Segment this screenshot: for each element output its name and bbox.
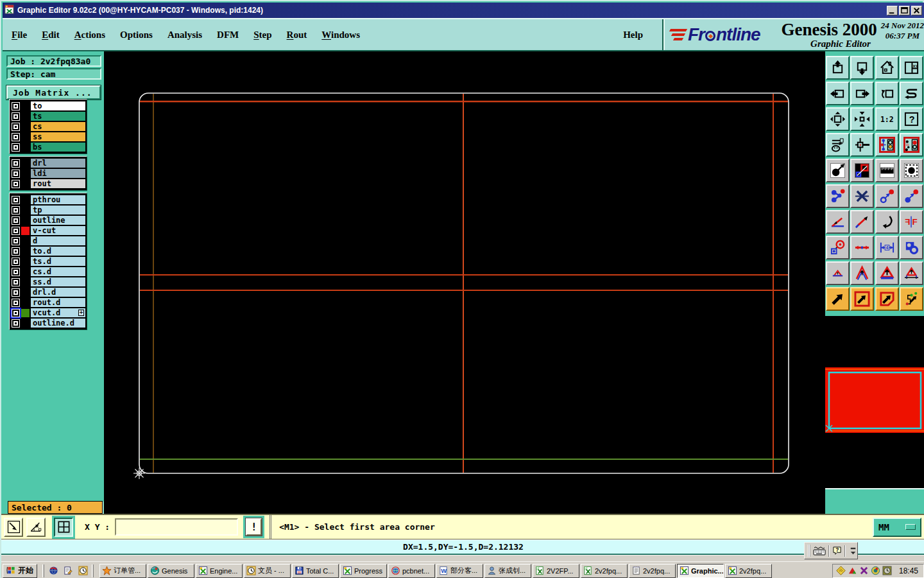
- layer-row-cs[interactable]: cs: [11, 121, 85, 132]
- merge-shapes-button[interactable]: [900, 236, 923, 259]
- layer-checkbox-cs.d[interactable]: [12, 268, 20, 276]
- taskbar-button[interactable]: Genesis: [148, 564, 194, 578]
- show-desktop-quicklaunch-button[interactable]: [62, 565, 74, 577]
- layer-checkbox-d[interactable]: [12, 237, 20, 245]
- keyboard-button[interactable]: [812, 545, 826, 557]
- select-chain-button[interactable]: [826, 184, 850, 208]
- layer-row-d[interactable]: d: [11, 236, 85, 246]
- layer-checkbox-v-cut[interactable]: [12, 227, 20, 235]
- menu-edit[interactable]: Edit: [42, 30, 60, 40]
- layer-row-outline.d[interactable]: outline.d: [11, 318, 85, 328]
- menu-rout[interactable]: Rout: [287, 30, 307, 40]
- triangle-base-button[interactable]: [900, 261, 923, 285]
- layer-row-to[interactable]: to: [11, 101, 85, 111]
- taskbar-button[interactable]: 2V2FP...: [533, 564, 579, 578]
- layer-row-to.d[interactable]: to.d: [11, 246, 85, 256]
- layer-name[interactable]: rout: [31, 179, 85, 188]
- move-to-layer-button[interactable]: [900, 184, 923, 208]
- copy-to-layer-button[interactable]: [875, 184, 899, 208]
- layer-row-bs[interactable]: bs: [11, 142, 85, 152]
- quadrant-button[interactable]: [54, 518, 73, 537]
- measure-button[interactable]: [875, 159, 899, 182]
- layer-row-outline[interactable]: outline: [11, 215, 85, 225]
- layer-checkbox-bs[interactable]: [12, 143, 20, 152]
- job-matrix-button[interactable]: Job Matrix ...: [6, 85, 101, 100]
- taskbar-button[interactable]: 2v2fpq...: [581, 564, 628, 578]
- menu-help[interactable]: Help: [623, 30, 643, 40]
- layer-name[interactable]: ss: [31, 132, 85, 141]
- layer-name[interactable]: outline.d: [31, 319, 85, 328]
- taskbar-button[interactable]: Graphic...: [677, 564, 724, 578]
- layer-checkbox-ts.d[interactable]: [12, 258, 20, 266]
- menu-step[interactable]: Step: [253, 30, 271, 40]
- taskbar-button[interactable]: Progress: [340, 564, 387, 578]
- layer-row-pthrou[interactable]: pthrou: [11, 195, 85, 205]
- dimension-button[interactable]: 4: [875, 236, 899, 259]
- layer-name[interactable]: cs.d: [31, 267, 85, 276]
- line-angle-button[interactable]: [850, 210, 874, 234]
- triangle-copy-button[interactable]: [850, 261, 874, 285]
- layer-name[interactable]: pthrou: [31, 195, 85, 204]
- layer-checkbox-rout[interactable]: [12, 180, 20, 188]
- layer-checkbox-drl[interactable]: [12, 159, 20, 168]
- zoom-1-2-button[interactable]: 1:2: [875, 107, 899, 131]
- previous-view-button[interactable]: [875, 82, 899, 105]
- rotate-button[interactable]: [875, 210, 899, 234]
- layer-row-rout.d[interactable]: rout.d: [11, 297, 85, 308]
- measure-angle-button[interactable]: [826, 210, 850, 234]
- select-frame-button[interactable]: [850, 287, 874, 311]
- layer-row-drl.d[interactable]: drl.d: [11, 287, 85, 297]
- menu-analysis[interactable]: Analysis: [167, 30, 202, 40]
- workspace-canvas[interactable]: [104, 51, 825, 514]
- view-up-button[interactable]: [826, 56, 850, 80]
- layer-row-ts[interactable]: ts: [11, 111, 85, 121]
- layer-row-drl[interactable]: drl: [11, 158, 85, 168]
- layer-row-tp[interactable]: tp: [11, 205, 85, 215]
- taskbar-button[interactable]: 订单管...: [99, 564, 146, 578]
- layer-checkbox-drl.d[interactable]: [12, 288, 20, 297]
- layer-name[interactable]: tp: [31, 206, 85, 215]
- move-feature-button[interactable]: [826, 159, 850, 182]
- layer-checkbox-pthrou[interactable]: [12, 196, 20, 204]
- transform-feature-button[interactable]: [850, 159, 874, 182]
- stretch-button[interactable]: [850, 236, 874, 259]
- cad-tool-tray-icon[interactable]: [848, 566, 857, 575]
- layer-row-ss.d[interactable]: ss.d: [11, 277, 85, 287]
- menu-file[interactable]: File: [12, 30, 27, 40]
- zoom-area-button[interactable]: [4, 518, 23, 537]
- taskbar-grip-2[interactable]: [92, 565, 94, 577]
- layer-name[interactable]: bs: [31, 143, 85, 152]
- layer-checkbox-outline[interactable]: [12, 216, 20, 225]
- menu-dfm[interactable]: DFM: [217, 30, 239, 40]
- layer-checkbox-to.d[interactable]: [12, 247, 20, 256]
- layer-name[interactable]: ts: [31, 112, 85, 121]
- mirror-button[interactable]: FF: [900, 210, 923, 234]
- triangle-move-button[interactable]: [826, 261, 850, 285]
- home-view-button[interactable]: [875, 56, 899, 80]
- menu-actions[interactable]: Actions: [74, 30, 105, 40]
- layer-name[interactable]: outline: [31, 216, 85, 225]
- layer-checkbox-ss[interactable]: [12, 133, 20, 141]
- layer-name[interactable]: to: [31, 101, 85, 110]
- layer-name[interactable]: drl: [31, 159, 85, 168]
- redraw-button[interactable]: [900, 82, 923, 105]
- layer-name[interactable]: vcut.d+: [31, 308, 85, 317]
- layer-row-rout[interactable]: rout: [11, 179, 85, 189]
- taskbar-button[interactable]: pcbnet...: [388, 564, 435, 578]
- overview-panel[interactable]: [825, 316, 924, 488]
- toolbar-grip[interactable]: [808, 545, 810, 557]
- select-pointer-button[interactable]: [826, 287, 850, 311]
- layer-checkbox-rout.d[interactable]: [12, 299, 20, 307]
- browser-quicklaunch-button[interactable]: [47, 565, 60, 577]
- zoom-margins-button[interactable]: [826, 107, 850, 131]
- select-feature-button[interactable]: [900, 159, 923, 182]
- layer-row-ldi[interactable]: ldi: [11, 168, 85, 179]
- display-profile-2-button[interactable]: [900, 133, 923, 157]
- snap-target-button[interactable]: [850, 133, 874, 157]
- menu-windows[interactable]: Windows: [321, 30, 360, 40]
- layer-checkbox-tp[interactable]: [12, 206, 20, 215]
- xy-input[interactable]: [115, 518, 238, 536]
- layer-row-vcut.d[interactable]: vcut.d+: [11, 308, 85, 318]
- pan-left-button[interactable]: [826, 82, 850, 105]
- snap-angle-button[interactable]: [26, 518, 46, 537]
